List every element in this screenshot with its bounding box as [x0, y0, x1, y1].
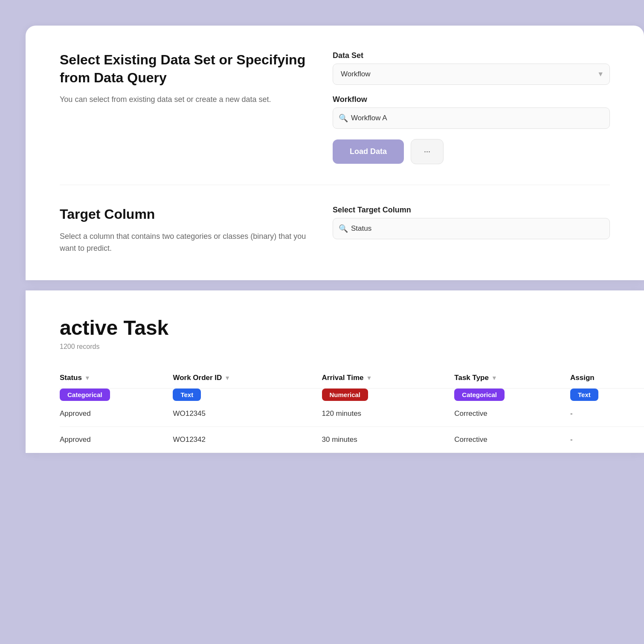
- top-card-right: Data Set ▼ Workflow 🔍 Load Da: [333, 51, 610, 164]
- col-status-label: Status: [60, 374, 82, 382]
- col-arrival-time: Arrival Time ▼: [322, 368, 455, 389]
- col-work-order-label: Work Order ID: [173, 374, 222, 382]
- target-column-title: Target Column: [60, 206, 316, 223]
- dataset-input[interactable]: [333, 64, 610, 85]
- badge-status: Categorical: [60, 389, 110, 401]
- active-task-card: active Task 1200 records Status ▼ Work O…: [26, 290, 644, 453]
- cell-status-2: Approved: [60, 427, 173, 453]
- card-divider: [60, 185, 610, 185]
- target-column-input[interactable]: [333, 218, 610, 239]
- top-card-title: Select Existing Data Set or Specifying f…: [60, 51, 316, 87]
- cell-arrival-2: 30 minutes: [322, 427, 455, 453]
- col-work-order-sort-icon: ▼: [224, 374, 230, 381]
- task-title: active Task: [60, 316, 644, 339]
- col-assign: Assign: [570, 368, 644, 389]
- workflow-search-input[interactable]: [333, 107, 610, 129]
- target-column-description: Select a column that contains two catego…: [60, 230, 316, 255]
- workflow-field-group: Workflow 🔍: [333, 95, 610, 129]
- cell-task-type-2: Corrective: [454, 427, 570, 453]
- main-container: Select Existing Data Set or Specifying f…: [0, 26, 644, 453]
- badge-task-type-cell: Categorical: [454, 389, 570, 401]
- data-table: Status ▼ Work Order ID ▼ Arrival Time: [60, 368, 644, 453]
- col-status-header[interactable]: Status ▼: [60, 374, 164, 382]
- col-task-type-label: Task Type: [454, 374, 489, 382]
- dataset-label: Data Set: [333, 51, 610, 60]
- table-badge-row: Categorical Text Numerical Categorical T…: [60, 389, 644, 401]
- badge-status-cell: Categorical: [60, 389, 173, 401]
- dataset-field-group: Data Set ▼: [333, 51, 610, 85]
- col-status: Status ▼: [60, 368, 173, 389]
- target-search-icon: 🔍: [339, 224, 348, 233]
- load-data-button[interactable]: Load Data: [333, 139, 404, 164]
- target-column-right: Select Target Column 🔍: [333, 206, 610, 239]
- top-card: Select Existing Data Set or Specifying f…: [26, 26, 644, 280]
- col-assign-header: Assign: [570, 374, 635, 382]
- col-task-type: Task Type ▼: [454, 368, 570, 389]
- badge-arrival-time-cell: Numerical: [322, 389, 455, 401]
- dataset-select-wrapper: ▼: [333, 64, 610, 85]
- cell-work-order-1: WO12345: [173, 401, 322, 427]
- cell-arrival-1: 120 minutes: [322, 401, 455, 427]
- badge-assign-cell: Text: [570, 389, 644, 401]
- col-work-order-id: Work Order ID ▼: [173, 368, 322, 389]
- col-arrival-sort-icon: ▼: [366, 374, 372, 381]
- cell-status-1: Approved: [60, 401, 173, 427]
- target-column-section: Target Column Select a column that conta…: [60, 206, 610, 255]
- table-row: Approved WO12345 120 minutes Corrective …: [60, 401, 644, 427]
- target-column-label: Select Target Column: [333, 206, 610, 215]
- secondary-button[interactable]: ···: [411, 139, 444, 164]
- col-task-type-header[interactable]: Task Type ▼: [454, 374, 562, 382]
- workflow-search-icon: 🔍: [339, 113, 348, 123]
- cell-task-type-1: Corrective: [454, 401, 570, 427]
- badge-work-order: Text: [173, 389, 201, 401]
- workflow-search-wrapper: 🔍: [333, 107, 610, 129]
- col-task-type-sort-icon: ▼: [491, 374, 497, 381]
- col-arrival-label: Arrival Time: [322, 374, 364, 382]
- button-row: Load Data ···: [333, 139, 610, 164]
- col-arrival-header[interactable]: Arrival Time ▼: [322, 374, 446, 382]
- table-header-row: Status ▼ Work Order ID ▼ Arrival Time: [60, 368, 644, 389]
- top-card-left: Select Existing Data Set or Specifying f…: [60, 51, 316, 106]
- target-column-left: Target Column Select a column that conta…: [60, 206, 316, 255]
- cell-assign-1: -: [570, 401, 644, 427]
- badge-task-type: Categorical: [454, 389, 505, 401]
- badge-assign: Text: [570, 389, 598, 401]
- col-work-order-header[interactable]: Work Order ID ▼: [173, 374, 313, 382]
- task-records: 1200 records: [60, 343, 644, 351]
- cell-work-order-2: WO12342: [173, 427, 322, 453]
- cell-assign-2: -: [570, 427, 644, 453]
- top-card-description: You can select from existing data set or…: [60, 93, 316, 106]
- target-column-search-wrapper: 🔍: [333, 218, 610, 239]
- col-assign-label: Assign: [570, 374, 595, 382]
- badge-arrival-time: Numerical: [322, 389, 368, 401]
- table-row: Approved WO12342 30 minutes Corrective -: [60, 427, 644, 453]
- badge-work-order-cell: Text: [173, 389, 322, 401]
- target-column-field-group: Select Target Column 🔍: [333, 206, 610, 239]
- workflow-label: Workflow: [333, 95, 610, 104]
- col-status-sort-icon: ▼: [84, 374, 90, 381]
